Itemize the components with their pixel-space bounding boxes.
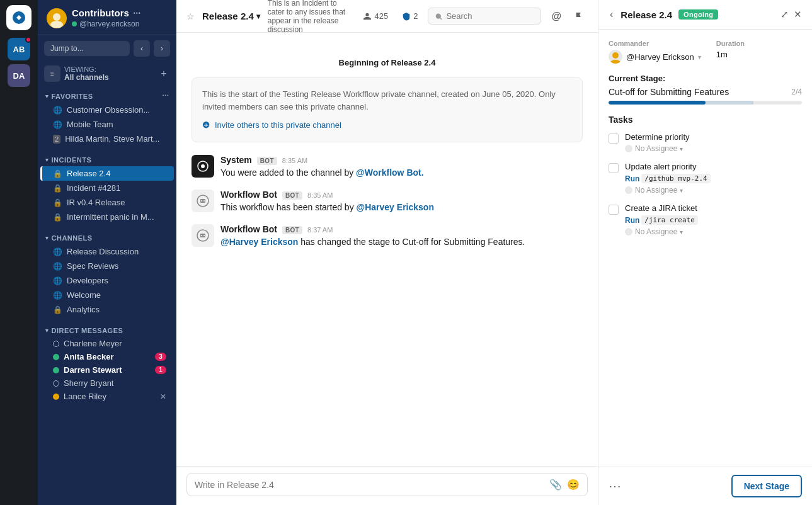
member-count: 425: [374, 11, 388, 21]
invite-link[interactable]: Invite others to this private channel: [202, 119, 572, 132]
search-input[interactable]: [446, 11, 534, 21]
search-box[interactable]: [428, 8, 541, 25]
assignee-label-1: No Assignee: [635, 144, 677, 153]
sidebar-item-hilda-martin[interactable]: 2 Hilda Martin, Steve Mart...: [40, 132, 174, 146]
bot-badge: BOT: [282, 226, 302, 234]
duration-label: Duration: [716, 40, 745, 47]
sidebar-item-dm-charlene[interactable]: Charlene Meyer: [40, 337, 174, 350]
chat-input[interactable]: [195, 480, 544, 490]
mention[interactable]: @Harvey Erickson: [357, 202, 434, 212]
sidebar-item-dm-lance[interactable]: Lance Riley ✕: [40, 390, 174, 403]
task-assignee-2[interactable]: No Assignee ▾: [625, 186, 802, 195]
dm-badge-anita: 3: [155, 353, 166, 361]
run-label-3[interactable]: Run: [625, 216, 639, 225]
sidebar-item-welcome[interactable]: 🌐 Welcome: [40, 288, 174, 302]
assignee-dropdown-3[interactable]: ▾: [680, 229, 683, 235]
filter-icon: ≡: [44, 65, 60, 82]
sidebar-item-intermittent[interactable]: 🔒 Intermittent panic in M...: [40, 210, 174, 224]
sidebar-item-ir-v04-release[interactable]: 🔒 IR v0.4 Release: [40, 195, 174, 210]
mention[interactable]: @Workflow Bot.: [356, 167, 424, 178]
viewing-channels: All channels: [64, 73, 109, 82]
sidebar-item-dm-sherry[interactable]: Sherry Bryant: [40, 377, 174, 390]
bot-badge: BOT: [257, 157, 277, 165]
task-checkbox-1[interactable]: [609, 133, 619, 144]
message-row: Workflow Bot BOT 8:35 AM This workflow h…: [192, 190, 583, 214]
dropdown-icon[interactable]: ▾: [256, 12, 260, 21]
viewing-bar: ≡ VIEWING: All channels +: [38, 62, 176, 86]
sidebar-item-dm-anita[interactable]: Anita Becker 3: [40, 350, 174, 363]
commander-dropdown-icon[interactable]: ▾: [698, 54, 701, 60]
back-button[interactable]: ‹: [134, 40, 150, 57]
task-checkbox-2[interactable]: [609, 163, 619, 173]
sidebar-item-analytics[interactable]: 🔒 Analytics: [40, 302, 174, 317]
next-stage-button[interactable]: Next Stage: [731, 475, 802, 497]
task-assignee-3[interactable]: No Assignee ▾: [625, 227, 802, 236]
avatar-ab-initials: AB: [13, 45, 25, 54]
status-online-icon: [53, 354, 59, 360]
globe-icon: 🌐: [53, 262, 62, 271]
expand-button[interactable]: ⤢: [781, 9, 789, 20]
assignee-dropdown-2[interactable]: ▾: [680, 187, 683, 194]
close-panel-button[interactable]: ✕: [794, 9, 802, 20]
tasks-label: Tasks: [609, 115, 802, 125]
run-command-2: /github mvp-2.4: [641, 174, 710, 183]
dm-section-header[interactable]: ▾ DIRECT MESSAGES: [38, 324, 176, 337]
lock-icon: 🔒: [53, 305, 62, 314]
shield-button[interactable]: 2: [398, 9, 421, 23]
task-assignee-1[interactable]: No Assignee ▾: [625, 144, 802, 153]
sidebar-item-developers[interactable]: 🌐 Developers: [40, 273, 174, 288]
jump-to-button[interactable]: Jump to...: [44, 41, 130, 56]
add-channel-button[interactable]: +: [157, 67, 170, 80]
sidebar-item-release-discussion[interactable]: 🌐 Release Discussion: [40, 244, 174, 259]
channel-header: ☆ Release 2.4 ▾ This is an Incident to c…: [176, 0, 598, 33]
workspace-user: @harvey.erickson: [72, 20, 140, 28]
shield-count: 2: [413, 11, 418, 21]
members-button[interactable]: 425: [359, 9, 392, 23]
sidebar-section-incidents: ▾ INCIDENTS 🔒 Release 2.4 🔒 Incident #42…: [38, 150, 176, 228]
task-name-3: Create a JIRA ticket: [625, 203, 802, 213]
sidebar-item-dm-darren[interactable]: Darren Stewart 1: [40, 363, 174, 377]
message-text: This workflow has been started by @Harve…: [220, 201, 583, 214]
globe-icon: 🌐: [53, 106, 62, 115]
sidebar-item-mobile-team[interactable]: 🌐 Mobile Team: [40, 117, 174, 132]
lock-icon: 🔒: [53, 198, 62, 207]
at-mention-button[interactable]: @: [547, 8, 565, 25]
close-dm-icon[interactable]: ✕: [160, 392, 166, 401]
sidebar-item-incident-4281[interactable]: 🔒 Incident #4281: [40, 181, 174, 195]
globe-icon: 🌐: [53, 120, 62, 129]
stage-name: Cut-off for Submitting Features: [609, 87, 729, 97]
favorites-section-header[interactable]: ▾ FAVORITES ⋯: [38, 89, 176, 103]
globe-icon: 🌐: [53, 291, 62, 300]
assignee-label-2: No Assignee: [635, 186, 677, 195]
sidebar-item-release-2-4[interactable]: 🔒 Release 2.4: [40, 166, 174, 181]
assignee-dropdown-1[interactable]: ▾: [680, 145, 683, 152]
avatar-da[interactable]: DA: [8, 64, 30, 87]
run-label-2[interactable]: Run: [625, 174, 639, 183]
sidebar-item-spec-reviews[interactable]: 🌐 Spec Reviews: [40, 259, 174, 273]
task-content-3: Create a JIRA ticket Run /jira create No…: [625, 203, 802, 236]
app-logo[interactable]: [6, 5, 31, 30]
emoji-button[interactable]: 😊: [567, 479, 580, 491]
panel-header-actions: ⤢ ✕: [781, 9, 802, 20]
message-time: 8:35 AM: [282, 157, 307, 164]
mention[interactable]: @Harvey Erickson: [220, 237, 298, 247]
stage-count: 2/4: [791, 88, 802, 96]
sidebar-item-customer-obsession[interactable]: 🌐 Customer Obsession...: [40, 103, 174, 117]
sidebar: Contributors ⋯ @harvey.erickson Jump to.…: [38, 0, 176, 505]
more-options-button[interactable]: ⋯: [609, 479, 622, 494]
dm-label: DIRECT MESSAGES: [52, 327, 123, 334]
flag-button[interactable]: [571, 9, 588, 23]
message-time: 8:35 AM: [307, 191, 333, 199]
bot-badge: BOT: [282, 191, 302, 200]
forward-button[interactable]: ›: [154, 40, 170, 57]
panel-header: ‹ Release 2.4 Ongoing ⤢ ✕: [598, 0, 812, 30]
incidents-section-header[interactable]: ▾ INCIDENTS: [38, 154, 176, 166]
panel-footer: ⋯ Next Stage: [598, 467, 812, 505]
task-checkbox-3[interactable]: [609, 205, 619, 215]
panel-back-button[interactable]: ‹: [609, 8, 614, 21]
attachment-button[interactable]: 📎: [549, 479, 562, 491]
star-icon[interactable]: ☆: [186, 11, 195, 21]
avatar-ab[interactable]: AB: [8, 38, 30, 60]
message-row: Workflow Bot BOT 8:37 AM @Harvey Erickso…: [192, 224, 583, 249]
channels-section-header[interactable]: ▾ CHANNELS: [38, 232, 176, 244]
